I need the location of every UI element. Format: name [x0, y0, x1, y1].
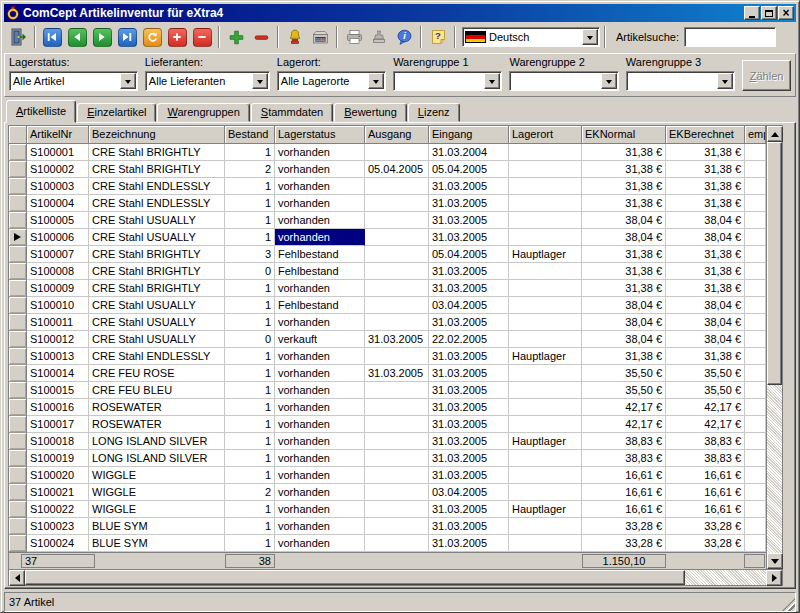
lagerort-dropdown-button[interactable] — [368, 73, 384, 89]
cell-ekberechnet[interactable]: 38,04 € — [666, 314, 745, 331]
cell-ausgang[interactable]: 31.03.2005 — [365, 331, 429, 348]
cell-artikelnr[interactable]: S100001 — [27, 144, 89, 161]
cell-ausgang[interactable] — [365, 280, 429, 297]
cell-eknormal[interactable]: 38,04 € — [582, 297, 666, 314]
cell-artikelnr[interactable]: S100021 — [27, 484, 89, 501]
maximize-button[interactable] — [761, 6, 777, 20]
cell-bezeichnung[interactable]: ROSEWATER — [89, 416, 225, 433]
cell-lagerort[interactable] — [509, 195, 582, 212]
help-button[interactable]: ? — [426, 25, 450, 49]
cell-ekberechnet[interactable]: 38,04 € — [666, 297, 745, 314]
cell-artikelnr[interactable]: S100016 — [27, 399, 89, 416]
cell-empfvk[interactable] — [745, 348, 766, 365]
lieferanten-select[interactable]: Alle Lieferanten — [145, 71, 270, 91]
cell-ausgang[interactable] — [365, 501, 429, 518]
cell-lagerstatus[interactable]: vorhanden — [275, 501, 365, 518]
cell-empfvk[interactable] — [745, 246, 766, 263]
horizontal-scrollbar-thumb[interactable] — [25, 570, 685, 585]
cell-ekberechnet[interactable]: 33,28 € — [666, 518, 745, 535]
cell-bestand[interactable]: 1 — [225, 450, 275, 467]
cell-empfvk[interactable] — [745, 484, 766, 501]
cell-eknormal[interactable]: 38,04 € — [582, 314, 666, 331]
cell-empfvk[interactable] — [745, 450, 766, 467]
cell-ausgang[interactable] — [365, 263, 429, 280]
nav-next-button[interactable] — [90, 25, 114, 49]
row-selector[interactable] — [9, 501, 27, 518]
cell-eingang[interactable]: 31.03.2004 — [429, 144, 509, 161]
row-selector[interactable] — [9, 399, 27, 416]
cell-bestand[interactable]: 2 — [225, 484, 275, 501]
cell-eknormal[interactable]: 35,50 € — [582, 365, 666, 382]
column-header-bezeichnung[interactable]: Bezeichnung — [89, 126, 225, 144]
cell-bestand[interactable]: 2 — [225, 161, 275, 178]
column-header-bestand[interactable]: Bestand — [225, 126, 275, 144]
cell-bezeichnung[interactable]: CRE Stahl BRIGHTLY — [89, 280, 225, 297]
cell-ausgang[interactable]: 05.04.2005 — [365, 161, 429, 178]
cell-bestand[interactable]: 1 — [225, 314, 275, 331]
cell-bezeichnung[interactable]: BLUE SYM — [89, 535, 225, 552]
cell-eknormal[interactable]: 42,17 € — [582, 416, 666, 433]
cell-artikelnr[interactable]: S100011 — [27, 314, 89, 331]
cell-ausgang[interactable] — [365, 348, 429, 365]
cell-ekberechnet[interactable]: 31,38 € — [666, 144, 745, 161]
cell-lagerstatus[interactable]: Fehlbestand — [275, 263, 365, 280]
cell-bezeichnung[interactable]: WIGGLE — [89, 467, 225, 484]
cell-empfvk[interactable] — [745, 178, 766, 195]
row-selector[interactable] — [9, 263, 27, 280]
column-header-artikelnr[interactable]: ArtikelNr — [27, 126, 89, 144]
cell-bestand[interactable]: 1 — [225, 518, 275, 535]
cell-lagerstatus[interactable]: vorhanden — [275, 518, 365, 535]
tab-stammdaten[interactable]: Stammdaten — [251, 103, 333, 122]
cell-artikelnr[interactable]: S100003 — [27, 178, 89, 195]
horizontal-scrollbar[interactable] — [9, 569, 782, 585]
cell-eingang[interactable]: 31.03.2005 — [429, 365, 509, 382]
cell-artikelnr[interactable]: S100004 — [27, 195, 89, 212]
cell-lagerort[interactable] — [509, 450, 582, 467]
cell-eingang[interactable]: 31.03.2005 — [429, 314, 509, 331]
cell-bestand[interactable]: 1 — [225, 399, 275, 416]
cell-ekberechnet[interactable]: 42,17 € — [666, 399, 745, 416]
cell-artikelnr[interactable]: S100022 — [27, 501, 89, 518]
cell-eknormal[interactable]: 38,04 € — [582, 331, 666, 348]
cell-lagerort[interactable] — [509, 178, 582, 195]
lagerort-select[interactable]: Alle Lagerorte — [277, 71, 386, 91]
cell-artikelnr[interactable]: S100009 — [27, 280, 89, 297]
lieferanten-dropdown-button[interactable] — [252, 73, 268, 89]
lagerstatus-select[interactable]: Alle Artikel — [9, 71, 138, 91]
cell-lagerstatus[interactable]: vorhanden — [275, 178, 365, 195]
cell-bestand[interactable]: 1 — [225, 280, 275, 297]
cell-eingang[interactable]: 31.03.2005 — [429, 348, 509, 365]
cell-ausgang[interactable] — [365, 246, 429, 263]
cell-artikelnr[interactable]: S100019 — [27, 450, 89, 467]
exit-button[interactable] — [6, 25, 30, 49]
cell-ausgang[interactable] — [365, 518, 429, 535]
cell-lagerstatus[interactable]: vorhanden — [275, 144, 365, 161]
cell-ausgang[interactable] — [365, 212, 429, 229]
cell-empfvk[interactable] — [745, 501, 766, 518]
cell-empfvk[interactable] — [745, 212, 766, 229]
cell-bestand[interactable]: 0 — [225, 331, 275, 348]
tab-artikelliste[interactable]: Artikelliste — [6, 100, 76, 123]
row-selector[interactable] — [9, 144, 27, 161]
cell-bezeichnung[interactable]: CRE Stahl USUALLY — [89, 331, 225, 348]
row-selector[interactable] — [9, 229, 27, 246]
cell-ausgang[interactable] — [365, 229, 429, 246]
cell-bestand[interactable]: 1 — [225, 195, 275, 212]
cell-lagerort[interactable] — [509, 144, 582, 161]
cell-lagerstatus[interactable]: vorhanden — [275, 450, 365, 467]
cell-eknormal[interactable]: 16,61 € — [582, 501, 666, 518]
cell-eingang[interactable]: 31.03.2005 — [429, 229, 509, 246]
cell-ekberechnet[interactable]: 31,38 € — [666, 178, 745, 195]
cell-artikelnr[interactable]: S100014 — [27, 365, 89, 382]
warengruppe3-select[interactable] — [626, 71, 735, 91]
cell-artikelnr[interactable]: S100002 — [27, 161, 89, 178]
cell-eknormal[interactable]: 31,38 € — [582, 348, 666, 365]
cell-ekberechnet[interactable]: 16,61 € — [666, 501, 745, 518]
cell-ausgang[interactable] — [365, 433, 429, 450]
row-selector[interactable] — [9, 416, 27, 433]
info-button[interactable]: i — [392, 25, 416, 49]
cell-eknormal[interactable]: 31,38 € — [582, 144, 666, 161]
cell-ekberechnet[interactable]: 35,50 € — [666, 365, 745, 382]
cell-artikelnr[interactable]: S100018 — [27, 433, 89, 450]
cell-lagerstatus[interactable]: Fehlbestand — [275, 246, 365, 263]
